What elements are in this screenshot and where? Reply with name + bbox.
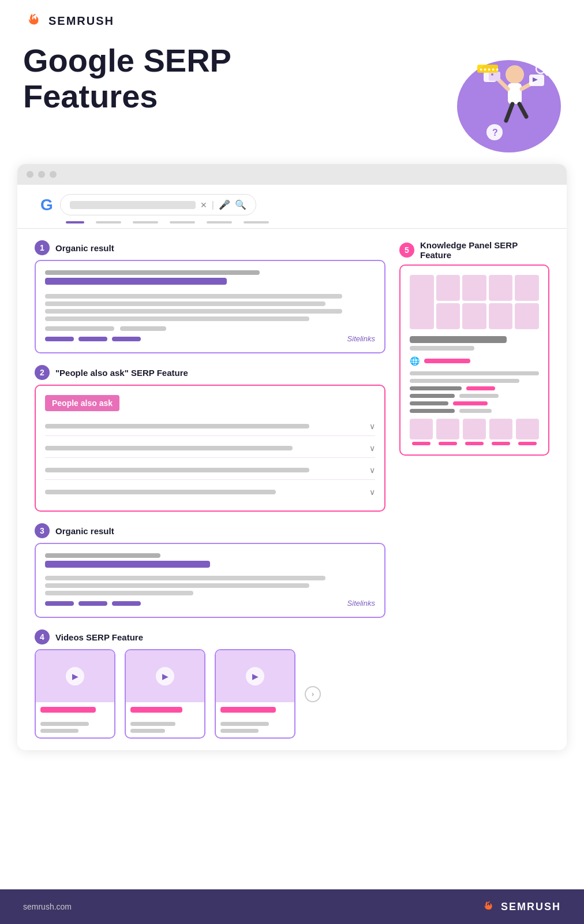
browser-mockup: G ✕ | 🎤 🔍 1 bbox=[17, 164, 567, 750]
sitelink[interactable] bbox=[45, 337, 74, 341]
nav-tab-news[interactable] bbox=[170, 221, 195, 223]
knowledge-panel-box: 🌐 bbox=[399, 264, 549, 456]
play-button-1[interactable]: ▶ bbox=[66, 667, 84, 685]
chevron-down-icon: ∨ bbox=[369, 487, 375, 497]
footer-brand-name: SEMRUSH bbox=[501, 901, 561, 913]
nav-tab-all[interactable] bbox=[66, 221, 84, 223]
paa-header-label: People also ask bbox=[45, 395, 119, 411]
video-meta-bar bbox=[40, 722, 89, 726]
kp-card-1[interactable] bbox=[410, 419, 433, 445]
search-submit-icon[interactable]: 🔍 bbox=[235, 199, 246, 210]
section-2-title: "People also ask" SERP Feature bbox=[55, 368, 188, 378]
paa-row-3[interactable]: ∨ bbox=[45, 461, 375, 480]
kp-card-label bbox=[412, 442, 430, 445]
line bbox=[45, 301, 325, 306]
video-title-bar bbox=[40, 707, 96, 713]
kp-card-image bbox=[436, 419, 459, 439]
svg-text:★★★★★: ★★★★★ bbox=[479, 67, 499, 72]
kp-image-cell bbox=[462, 275, 486, 301]
line-purple bbox=[45, 561, 210, 568]
kp-detail-line bbox=[410, 371, 539, 375]
nav-tab-images[interactable] bbox=[96, 221, 121, 223]
kp-card-label bbox=[518, 442, 537, 445]
videos-grid: ▶ ▶ bbox=[35, 649, 385, 739]
section-number-1: 1 bbox=[35, 240, 50, 255]
organic-result-1-box: Sitelinks bbox=[35, 260, 385, 353]
svg-rect-10 bbox=[529, 74, 544, 86]
play-button-3[interactable]: ▶ bbox=[246, 667, 264, 685]
footer: semrush.com SEMRUSH bbox=[0, 889, 584, 924]
sitelink[interactable] bbox=[78, 337, 107, 341]
sitelink[interactable] bbox=[78, 601, 107, 606]
kp-card-4[interactable] bbox=[489, 419, 512, 445]
nav-tab-videos[interactable] bbox=[133, 221, 158, 223]
kp-card-label bbox=[439, 442, 457, 445]
kp-detail-row bbox=[410, 386, 539, 390]
hero-title-wrapper: Google SERP Features bbox=[23, 43, 312, 114]
kp-card-5[interactable] bbox=[516, 419, 539, 445]
paa-questions: ∨ ∨ ∨ ∨ bbox=[45, 417, 375, 501]
chevron-down-icon: ∨ bbox=[369, 422, 375, 431]
sitelinks-label-1: Sitelinks bbox=[347, 334, 375, 343]
video-meta-bar bbox=[220, 729, 259, 733]
kp-detail-value bbox=[453, 401, 488, 405]
svg-rect-3 bbox=[508, 83, 522, 104]
video-card-3[interactable]: ▶ bbox=[215, 649, 295, 739]
kp-detail-value bbox=[466, 386, 495, 390]
sitelinks-links-3 bbox=[45, 601, 141, 606]
nav-tab-maps[interactable] bbox=[207, 221, 232, 223]
line-purple bbox=[45, 278, 227, 285]
carousel-next-button[interactable]: › bbox=[305, 686, 321, 702]
kp-detail-row bbox=[410, 394, 539, 398]
paa-row-1[interactable]: ∨ bbox=[45, 417, 375, 436]
play-button-2[interactable]: ▶ bbox=[156, 667, 174, 685]
organic-3-lines bbox=[45, 553, 375, 595]
paa-box: People also ask ∨ ∨ ∨ bbox=[35, 385, 385, 512]
top-header: SEMRUSH bbox=[0, 0, 584, 37]
kp-card-3[interactable] bbox=[463, 419, 486, 445]
clear-icon[interactable]: ✕ bbox=[200, 200, 207, 210]
paa-row-2[interactable]: ∨ bbox=[45, 439, 375, 458]
sitelinks-links-1 bbox=[45, 337, 141, 341]
semrush-flame-icon bbox=[23, 10, 44, 31]
video-info-3 bbox=[216, 702, 294, 737]
footer-flame-icon bbox=[480, 899, 496, 915]
nav-tab-more[interactable] bbox=[244, 221, 269, 223]
semrush-logo: SEMRUSH bbox=[23, 10, 114, 31]
kp-detail-row bbox=[410, 401, 539, 405]
paa-row-4[interactable]: ∨ bbox=[45, 483, 375, 501]
kp-card-image bbox=[410, 419, 433, 439]
video-meta-bar bbox=[40, 729, 78, 733]
kp-detail-key bbox=[410, 394, 455, 398]
video-thumbnail-3: ▶ bbox=[216, 650, 294, 702]
serp-content: 1 Organic result bbox=[17, 229, 567, 750]
search-box[interactable]: ✕ | 🎤 🔍 bbox=[60, 194, 256, 215]
video-card-1[interactable]: ▶ bbox=[35, 649, 115, 739]
video-meta-bar bbox=[130, 722, 175, 726]
section-organic-1: 1 Organic result bbox=[35, 240, 385, 353]
video-title-bar bbox=[220, 707, 276, 713]
sitelink[interactable] bbox=[112, 337, 141, 341]
sitelinks-row-3: Sitelinks bbox=[45, 599, 375, 608]
kp-card-2[interactable] bbox=[436, 419, 459, 445]
sitelink[interactable] bbox=[45, 601, 74, 606]
chevron-down-icon: ∨ bbox=[369, 465, 375, 475]
kp-card-image bbox=[489, 419, 512, 439]
line bbox=[45, 316, 309, 321]
kp-card-label bbox=[465, 442, 484, 445]
section-paa: 2 "People also ask" SERP Feature People … bbox=[35, 365, 385, 512]
video-info-2 bbox=[126, 702, 204, 737]
video-card-2[interactable]: ▶ bbox=[125, 649, 205, 739]
google-logo: G bbox=[40, 196, 53, 214]
svg-point-15 bbox=[491, 73, 493, 76]
line bbox=[45, 309, 342, 314]
kp-title-line bbox=[410, 336, 507, 343]
browser-chrome-bar bbox=[17, 164, 567, 185]
microphone-icon[interactable]: 🎤 bbox=[219, 199, 230, 210]
section-5-title: Knowledge Panel SERP Feature bbox=[420, 240, 549, 260]
sitelink[interactable] bbox=[112, 601, 141, 606]
google-search-area: G ✕ | 🎤 🔍 bbox=[17, 185, 567, 229]
page-title: Google SERP Features bbox=[23, 43, 312, 114]
kp-website-link[interactable] bbox=[424, 359, 470, 363]
kp-image-cell bbox=[462, 303, 486, 329]
